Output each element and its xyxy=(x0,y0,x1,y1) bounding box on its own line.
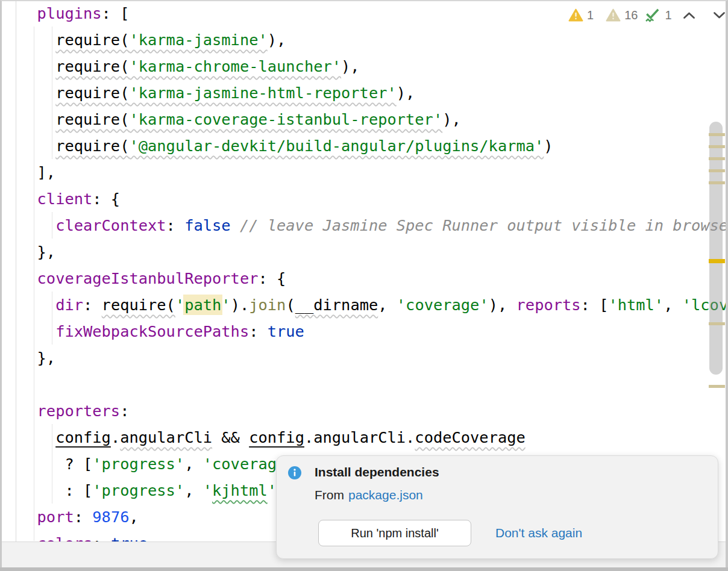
code-line: dir: require('path').join(__dirname, 'co… xyxy=(19,292,726,318)
code-line: config.angularCli && config.angularCli.c… xyxy=(19,424,526,451)
run-npm-install-button[interactable]: Run 'npm install' xyxy=(318,520,471,546)
code-line: require('karma-coverage-istanbul-reporte… xyxy=(19,106,461,133)
code-line: plugins: [ xyxy=(19,0,129,27)
code-line: clearContext: false // leave Jasmine Spe… xyxy=(19,212,726,239)
error-stripe-mark[interactable] xyxy=(709,322,725,325)
window-bottom-edge xyxy=(0,567,728,571)
indent-guide xyxy=(52,292,52,345)
error-stripe-mark[interactable] xyxy=(709,181,725,184)
code-line: fixWebpackSourcePaths: true xyxy=(19,318,304,345)
info-icon xyxy=(288,466,301,479)
code-line: port: 9876, xyxy=(19,504,139,530)
code-line: require('karma-jasmine'), xyxy=(19,27,286,53)
code-line: }, xyxy=(19,345,55,371)
code-line: ], xyxy=(19,159,55,186)
from-label: From xyxy=(315,488,344,502)
code-line: }, xyxy=(19,239,55,265)
chevron-up-icon[interactable] xyxy=(682,11,696,20)
error-stripe-mark[interactable] xyxy=(709,169,725,172)
indent-guide xyxy=(52,212,52,239)
code-line: coverageIstanbulReporter: { xyxy=(19,265,286,292)
typo-count[interactable]: 1 xyxy=(665,8,671,22)
error-stripe-mark[interactable] xyxy=(709,385,725,388)
dont-ask-again-link[interactable]: Don't ask again xyxy=(495,526,582,540)
indent-guide xyxy=(52,27,52,159)
inspections-widget: 1 16 1 xyxy=(568,7,726,23)
code-line: reporters: xyxy=(19,398,129,424)
warning-triangle-icon[interactable] xyxy=(568,8,583,22)
chevron-down-icon[interactable] xyxy=(712,11,726,20)
error-stripe-mark[interactable] xyxy=(709,133,725,136)
typo-check-icon[interactable] xyxy=(644,7,661,23)
indent-guide xyxy=(34,27,34,541)
error-stripe-mark[interactable] xyxy=(709,145,725,148)
gutter-separator xyxy=(16,0,16,541)
error-stripe-mark[interactable] xyxy=(709,157,725,160)
warning-count[interactable]: 1 xyxy=(587,8,594,22)
code-line: : ['progress', 'kjhtml'], xyxy=(19,477,295,504)
code-line: require('karma-chrome-launcher'), xyxy=(19,53,360,80)
popup-title: Install dependencies xyxy=(315,465,439,479)
code-line: colors: true xyxy=(19,530,148,541)
indent-guide xyxy=(52,424,52,504)
error-stripe-mark[interactable] xyxy=(709,259,725,263)
code-line: require('karma-jasmine-html-reporter'), xyxy=(19,80,415,106)
package-json-link[interactable]: package.json xyxy=(348,488,423,502)
weak-warning-count[interactable]: 16 xyxy=(624,8,638,22)
weak-warning-triangle-icon[interactable] xyxy=(606,8,621,22)
install-dependencies-popup: Install dependencies Frompackage.json Ru… xyxy=(276,455,718,559)
popup-subtitle: Frompackage.json xyxy=(315,488,423,502)
code-line: require('@angular-devkit/build-angular/p… xyxy=(19,133,553,159)
